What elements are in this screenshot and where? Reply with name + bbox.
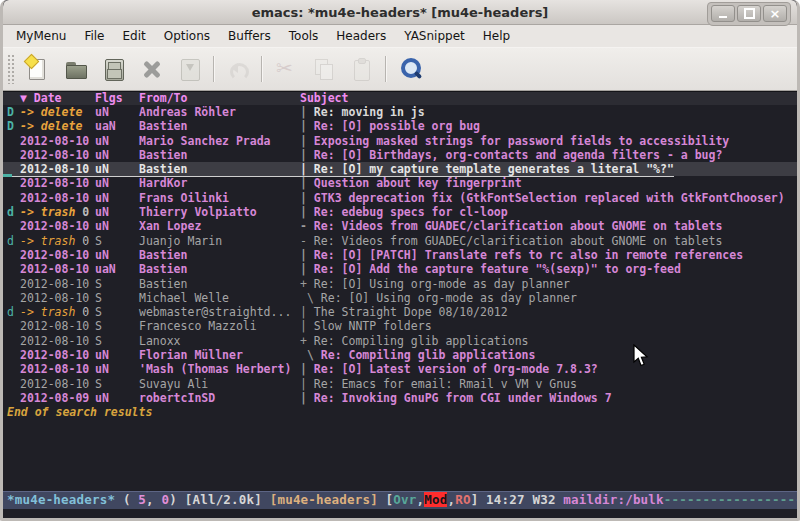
modeline-segment: maildir:/bulk [563,492,663,507]
undo-button[interactable] [219,52,257,86]
toolbar [3,47,797,91]
message-row[interactable]: 2012-08-10uNBastien| Re: [O] my capture … [3,162,797,176]
modeline-segment: RO [455,492,470,507]
open-folder-icon [63,56,89,82]
message-list: D-> deleteuNAndreas Röhler| Re: moving i… [3,105,797,405]
save-icon [101,56,127,82]
modeline-segment: [All/2.0k] [185,492,270,507]
modeline-segment: Mod [424,492,447,507]
message-row[interactable]: D-> deleteuaNBastien| Re: [O] possible o… [3,119,797,133]
message-row[interactable]: 2012-08-10SLanoxx+ Re: Compiling glib ap… [3,334,797,348]
toolbar-grip-handle[interactable] [7,54,15,84]
maximize-button[interactable] [737,5,761,22]
window-controls: × [707,2,791,26]
save-button[interactable] [95,52,133,86]
message-row[interactable]: 2012-08-10uN'Mash (Thomas Herbert)| Re: … [3,362,797,376]
menu-help[interactable]: Help [474,27,519,45]
subject-column-header[interactable]: Subject [300,92,348,105]
message-row[interactable]: 2012-08-10SFrancesco Mazzoli| Slow NNTP … [3,319,797,333]
column-headers: ▼ DateFlgsFrom/ToSubject [3,92,797,105]
close-icon: × [770,8,781,19]
menu-headers[interactable]: Headers [327,27,395,45]
message-row[interactable]: d-> trash 0SJuanjo Marin- Re: Videos fro… [3,234,797,248]
message-row[interactable]: d-> trash 0Swebmaster@straightd...| The … [3,305,797,319]
delete-icon [139,56,165,82]
modeline-segment: , [146,492,161,507]
message-row[interactable]: D-> deleteuNAndreas Röhler| Re: moving i… [3,105,797,119]
save-as-icon [177,56,203,82]
echo-area[interactable] [3,509,797,521]
toolbar-separator [213,56,215,82]
menu-tools[interactable]: Tools [280,27,328,45]
copy-button[interactable] [305,52,343,86]
toolbar-separator [385,56,387,82]
maximize-icon [744,8,755,19]
mu4e-headers-buffer: ▼ DateFlgsFrom/ToSubject D-> deleteuNAnd… [3,91,797,521]
close-button[interactable]: × [763,5,787,22]
menu-options[interactable]: Options [155,27,219,45]
new-file-button[interactable] [19,52,57,86]
message-row[interactable]: 2012-08-10SSuvayu Ali| Re: Emacs for ema… [3,377,797,391]
search-icon [397,56,423,82]
message-row[interactable]: 2012-08-09uNrobertcInSD| Re: Invoking Gn… [3,391,797,405]
message-row[interactable]: 2012-08-10uNBastien| Re: [O] Birthdays, … [3,148,797,162]
modeline-segment: ( [115,492,138,507]
cut-icon [273,56,299,82]
save-as-button[interactable] [171,52,209,86]
new-file-icon [25,56,51,82]
copy-icon [311,56,337,82]
paste-icon [349,56,375,82]
window-title: emacs: *mu4e-headers* [mu4e-headers] [252,5,549,20]
delete-button[interactable] [133,52,171,86]
message-row[interactable]: d-> trash 0uNThierry Volpiatto| Re: edeb… [3,205,797,219]
flags-column-header[interactable]: Flgs [95,92,139,105]
modeline-segment: *mu4e-headers* [7,492,115,507]
menu-mymenu[interactable]: MyMenu [7,27,75,45]
from-column-header[interactable]: From/To [139,92,300,105]
message-row[interactable]: 2012-08-10SBastien+ Re: [O] Using org-mo… [3,277,797,291]
cut-button[interactable] [267,52,305,86]
emacs-window: emacs: *mu4e-headers* [mu4e-headers] × M… [0,0,800,521]
message-row[interactable]: 2012-08-10uNXan Lopez- Re: Videos from G… [3,219,797,233]
mark-column-header [7,92,20,105]
date-column-header[interactable]: ▼ Date [20,92,95,105]
minimize-button[interactable] [711,5,735,22]
modeline-segment: 14:27 W32 [486,492,563,507]
minimize-icon [719,16,727,18]
message-row[interactable]: 2012-08-10uNBastien| Re: [O] [PATCH] Tra… [3,248,797,262]
message-row[interactable]: 2012-08-10uaNBastien| Re: [O] Add the ca… [3,262,797,276]
message-row[interactable]: 2012-08-10uNFlorian Müllner \ Re: Compil… [3,348,797,362]
modeline-segment: [ [378,492,393,507]
message-row[interactable]: 2012-08-10uNFrans Oilinki| GTK3 deprecat… [3,191,797,205]
message-row[interactable]: 2012-08-10SMichael Welle \ Re: [O] Using… [3,291,797,305]
search-button[interactable] [391,52,429,86]
paste-button[interactable] [343,52,381,86]
message-row[interactable]: 2012-08-10uNMario Sanchez Prada| Exposin… [3,134,797,148]
menu-yasnippet[interactable]: YASnippet [395,27,474,45]
menu-edit[interactable]: Edit [114,27,155,45]
titlebar[interactable]: emacs: *mu4e-headers* [mu4e-headers] × [3,0,797,25]
modeline-segment: ) [169,492,184,507]
menu-buffers[interactable]: Buffers [219,27,280,45]
end-of-results-marker: End of search results [3,405,797,419]
modeline-segment: ----------------------------------------… [664,492,797,507]
menu-file[interactable]: File [75,27,113,45]
modeline-segment: ] [471,492,486,507]
empty-buffer-space [3,420,797,491]
undo-icon [225,56,251,82]
modeline-segment: 5 [138,492,146,507]
menu-bar: MyMenuFileEditOptionsBuffersToolsHeaders… [3,25,797,47]
open-folder-button[interactable] [57,52,95,86]
modeline-segment: Ovr [393,492,416,507]
message-row[interactable]: 2012-08-10uNHardKor| Question about key … [3,176,797,190]
toolbar-separator [261,56,263,82]
mode-line[interactable]: *mu4e-headers* ( 5, 0) [All/2.0k] [mu4e-… [3,491,797,509]
modeline-segment: [mu4e-headers] [270,492,378,507]
